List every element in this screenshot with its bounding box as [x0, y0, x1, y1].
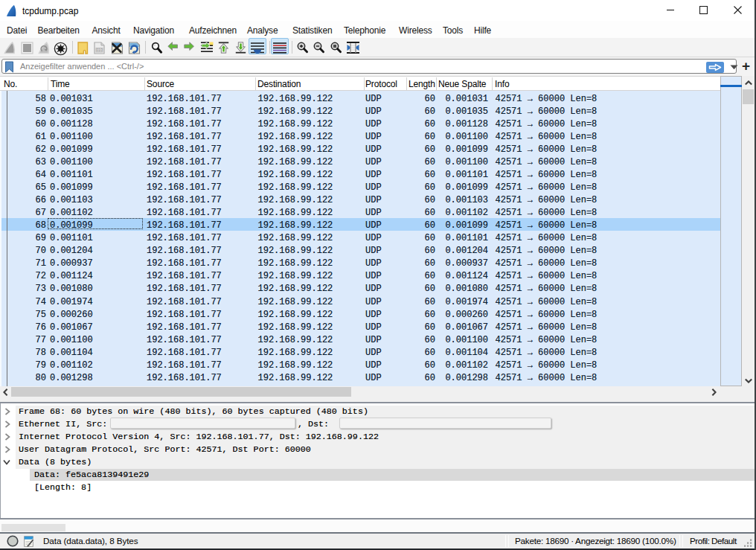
svg-text:010: 010 [96, 48, 103, 52]
